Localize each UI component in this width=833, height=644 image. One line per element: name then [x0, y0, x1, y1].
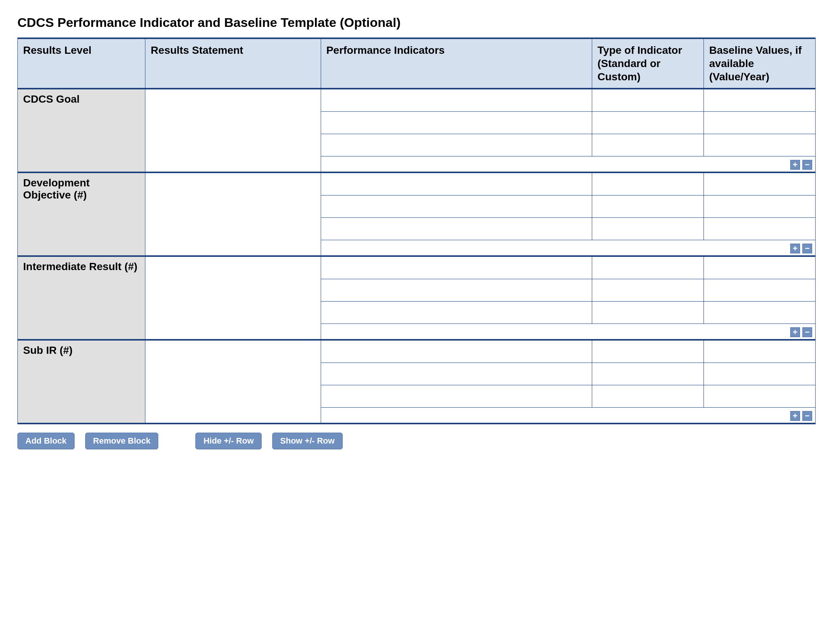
performance-indicator-cell[interactable]: [321, 385, 592, 407]
indicator-type-cell[interactable]: [592, 89, 704, 112]
header-type-of-indicator: Type of Indicator (Standard or Custom): [592, 38, 704, 89]
header-results-statement: Results Statement: [145, 38, 321, 89]
results-statement-cell[interactable]: [145, 256, 321, 340]
row-controls-cell: +−: [321, 324, 815, 340]
header-baseline-values: Baseline Values, if available (Value/Yea…: [704, 38, 815, 89]
add-row-button[interactable]: +: [790, 327, 800, 337]
performance-indicator-cell[interactable]: [321, 279, 592, 301]
indicator-type-cell[interactable]: [592, 279, 704, 301]
table-row: CDCS Goal: [18, 89, 815, 112]
add-block-button[interactable]: Add Block: [18, 433, 75, 449]
indicator-type-cell[interactable]: [592, 134, 704, 156]
table-row: Intermediate Result (#): [18, 256, 815, 279]
header-results-level: Results Level: [18, 38, 145, 89]
baseline-value-cell[interactable]: [704, 279, 815, 301]
baseline-value-cell[interactable]: [704, 134, 815, 156]
performance-indicator-cell[interactable]: [321, 195, 592, 218]
baseline-value-cell[interactable]: [704, 340, 815, 363]
results-level-cell: Sub IR (#): [18, 340, 145, 423]
performance-indicator-cell[interactable]: [321, 256, 592, 279]
row-controls-cell: +−: [321, 240, 815, 256]
results-level-cell: Development Objective (#): [18, 172, 145, 256]
action-button-row: Add Block Remove Block Hide +/- Row Show…: [18, 433, 815, 449]
results-level-cell: CDCS Goal: [18, 89, 145, 172]
performance-indicator-cell[interactable]: [321, 172, 592, 195]
performance-indicator-cell[interactable]: [321, 218, 592, 240]
indicator-type-cell[interactable]: [592, 195, 704, 218]
baseline-value-cell[interactable]: [704, 89, 815, 112]
remove-block-button[interactable]: Remove Block: [85, 433, 159, 449]
indicator-type-cell[interactable]: [592, 218, 704, 240]
remove-row-button[interactable]: −: [802, 411, 812, 421]
row-controls-cell: +−: [321, 156, 815, 173]
add-row-button[interactable]: +: [790, 411, 800, 421]
baseline-value-cell[interactable]: [704, 218, 815, 240]
hide-row-button[interactable]: Hide +/- Row: [195, 433, 262, 449]
performance-indicator-cell[interactable]: [321, 301, 592, 324]
baseline-value-cell[interactable]: [704, 112, 815, 134]
show-row-button[interactable]: Show +/- Row: [272, 433, 343, 449]
indicator-type-cell[interactable]: [592, 301, 704, 324]
add-row-button[interactable]: +: [790, 243, 800, 253]
baseline-value-cell[interactable]: [704, 256, 815, 279]
baseline-value-cell[interactable]: [704, 363, 815, 385]
baseline-value-cell[interactable]: [704, 385, 815, 407]
results-statement-cell[interactable]: [145, 172, 321, 256]
remove-row-button[interactable]: −: [802, 160, 812, 170]
remove-row-button[interactable]: −: [802, 243, 812, 253]
baseline-value-cell[interactable]: [704, 172, 815, 195]
table-row: Development Objective (#): [18, 172, 815, 195]
performance-indicator-cell[interactable]: [321, 112, 592, 134]
indicator-type-cell[interactable]: [592, 256, 704, 279]
performance-indicator-cell[interactable]: [321, 134, 592, 156]
baseline-value-cell[interactable]: [704, 301, 815, 324]
results-statement-cell[interactable]: [145, 89, 321, 172]
indicator-type-cell[interactable]: [592, 385, 704, 407]
performance-indicator-cell[interactable]: [321, 340, 592, 363]
remove-row-button[interactable]: −: [802, 327, 812, 337]
performance-indicator-cell[interactable]: [321, 89, 592, 112]
indicator-table: Results Level Results Statement Performa…: [18, 37, 815, 424]
results-statement-cell[interactable]: [145, 340, 321, 423]
results-level-cell: Intermediate Result (#): [18, 256, 145, 340]
indicator-type-cell[interactable]: [592, 172, 704, 195]
indicator-type-cell[interactable]: [592, 112, 704, 134]
header-performance-indicators: Performance Indicators: [321, 38, 592, 89]
table-row: Sub IR (#): [18, 340, 815, 363]
performance-indicator-cell[interactable]: [321, 363, 592, 385]
row-controls-cell: +−: [321, 407, 815, 424]
indicator-type-cell[interactable]: [592, 340, 704, 363]
indicator-type-cell[interactable]: [592, 363, 704, 385]
page-title: CDCS Performance Indicator and Baseline …: [18, 15, 815, 30]
add-row-button[interactable]: +: [790, 160, 800, 170]
baseline-value-cell[interactable]: [704, 195, 815, 218]
